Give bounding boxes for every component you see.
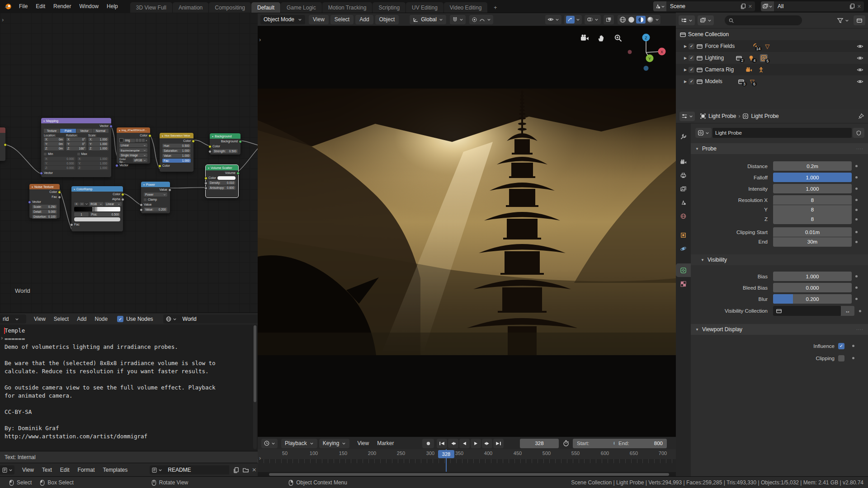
tab-object-data[interactable] (676, 263, 691, 277)
bias-field[interactable]: 1.000 (773, 272, 852, 281)
frame-start-field[interactable]: Start:0 (573, 439, 621, 448)
visibility-collection-field[interactable] (773, 306, 841, 316)
panel-drag-dots[interactable]: ···· (856, 327, 863, 332)
probe-panel-header[interactable]: ▼ Probe ···· (691, 143, 868, 154)
collection-label[interactable]: Scene Collection (688, 31, 729, 38)
color-output-socket[interactable] (58, 191, 61, 194)
animate-dot[interactable] (855, 231, 858, 233)
probe-name-field[interactable]: Light Probe (712, 128, 852, 138)
camera-view-icon[interactable] (580, 33, 589, 42)
stop-position-field[interactable]: Pos:0.500 (90, 212, 120, 216)
tab-render[interactable] (676, 155, 691, 169)
menu-add[interactable]: Add (73, 316, 90, 322)
text-editor[interactable]: › Temple ====== Demo of volumetrics ligh… (0, 324, 258, 451)
tab-game-logic[interactable]: Game Logic (281, 2, 322, 13)
play-reverse-button[interactable] (459, 439, 470, 448)
snap-toggle[interactable] (450, 15, 466, 24)
copy-view-layer-icon[interactable] (849, 3, 855, 9)
menu-file[interactable]: File (15, 3, 32, 9)
menu-help[interactable]: Help (103, 3, 122, 9)
resolution-z-field[interactable]: 8 (773, 215, 852, 224)
animate-dot[interactable] (855, 275, 858, 277)
transform-orientation-dropdown[interactable]: Global (410, 15, 446, 24)
strength-field[interactable]: Strength:0.500 (212, 149, 238, 153)
fac-output-socket[interactable] (58, 196, 61, 199)
stop-color-swatch[interactable] (74, 217, 120, 221)
bleed-bias-field[interactable]: 0.000 (773, 283, 852, 292)
eye-icon[interactable] (857, 78, 863, 85)
tab-compositing[interactable]: Compositing (209, 2, 251, 13)
menu-select[interactable]: Select (330, 15, 354, 24)
shader-type-dropdown[interactable]: rld (0, 314, 26, 324)
hue-field[interactable]: Hue:0.500 (162, 144, 191, 148)
mode-dropdown[interactable]: Object Mode (260, 15, 305, 24)
menu-window[interactable]: Window (75, 3, 103, 9)
animate-dot[interactable] (855, 218, 858, 221)
location-y-field[interactable]: Y:0m (44, 142, 64, 146)
min-y-field[interactable]: Y:0.000 (44, 161, 75, 165)
tab-output[interactable] (676, 169, 691, 182)
timeline-track-area[interactable] (258, 459, 676, 472)
value-output-socket[interactable] (168, 188, 171, 192)
collection-checkbox[interactable]: ✓ (689, 67, 694, 73)
mapping-type-texture[interactable]: Texture (44, 129, 60, 133)
menu-select[interactable]: Select (50, 316, 73, 322)
expand-icon[interactable]: ▶ (684, 68, 687, 72)
timeline-ruler[interactable]: 50 100 150 200 250 300 350 400 450 500 5… (258, 449, 676, 460)
color-input-socket[interactable] (208, 145, 212, 148)
rotation-x-field[interactable]: X:0° (66, 137, 86, 141)
collapse-node-icon[interactable]: ▾ (119, 129, 120, 132)
copy-scene-icon[interactable] (740, 3, 746, 9)
outliner-search-field[interactable] (725, 15, 802, 25)
distortion-field[interactable]: Distortion:0.100 (32, 215, 57, 219)
remove-view-layer-icon[interactable]: ✕ (857, 4, 861, 9)
ramp-options-icon[interactable] (85, 202, 88, 206)
fake-user-icon[interactable] (136, 139, 138, 142)
view-menu[interactable]: View (353, 440, 373, 446)
menu-format[interactable]: Format (74, 467, 99, 473)
pan-view-icon[interactable] (597, 33, 606, 42)
animate-dot[interactable] (855, 241, 858, 243)
eye-icon[interactable] (857, 66, 863, 73)
tab-motion-tracking[interactable]: Motion Tracking (322, 2, 373, 13)
resolution-x-field[interactable]: 8 (773, 195, 852, 205)
shading-solid-button[interactable] (627, 16, 635, 23)
frame-end-field[interactable]: End:800 (614, 439, 667, 448)
scale-y-field[interactable]: Y:1.000 (88, 142, 108, 146)
distance-field[interactable]: 0.2m (773, 161, 852, 171)
value-input-socket[interactable] (140, 203, 143, 206)
value2-input-socket[interactable] (140, 208, 143, 211)
region-toggle-icon[interactable]: › (259, 455, 261, 461)
animate-dot[interactable] (852, 345, 854, 347)
density-input-socket[interactable] (204, 182, 208, 185)
colorspace-dropdown[interactable]: sRGB (133, 158, 147, 162)
node-clipped[interactable] (0, 127, 5, 161)
shading-wireframe-button[interactable] (619, 16, 627, 23)
region-toggle-icon[interactable]: › (259, 36, 261, 43)
menu-node[interactable]: Node (91, 316, 112, 322)
properties-editor[interactable]: Light Probe › Light Probe (676, 109, 868, 476)
unlink-text-icon[interactable]: ✕ (252, 467, 256, 473)
strength-input-socket[interactable] (208, 150, 212, 153)
max-x-field[interactable]: X:1.000 (77, 157, 109, 161)
xray-toggle[interactable] (604, 15, 614, 24)
scrollbar-track[interactable] (253, 325, 257, 449)
animate-dot[interactable] (855, 199, 858, 201)
color-input-socket[interactable] (158, 164, 161, 168)
proportional-editing-toggle[interactable] (469, 15, 493, 24)
panel-drag-dots[interactable]: ···· (856, 146, 863, 151)
new-collection-button[interactable] (854, 15, 865, 25)
resolution-y-field[interactable]: 8 (773, 205, 852, 215)
filter-dropdown[interactable] (835, 15, 851, 25)
play-button[interactable] (471, 439, 481, 448)
mapping-type-normal[interactable]: Normal (93, 129, 108, 133)
zoom-view-icon[interactable] (613, 33, 623, 42)
display-mode-dropdown[interactable] (679, 15, 695, 25)
timeline[interactable]: Playback Keying View Marker 328 (258, 436, 676, 476)
fac-field[interactable]: Fac:1.000 (162, 159, 191, 163)
location-x-field[interactable]: X:0m (44, 137, 64, 141)
node-volume-scatter[interactable]: ▾Volume Scatter Volume Color Density:0.0… (206, 165, 238, 197)
probe-browse-button[interactable] (695, 128, 712, 138)
gizmo-toggle[interactable] (564, 15, 582, 24)
outliner-row-force-fields[interactable]: ▶ ✓ Force Fields 14 ▽ (676, 40, 868, 52)
